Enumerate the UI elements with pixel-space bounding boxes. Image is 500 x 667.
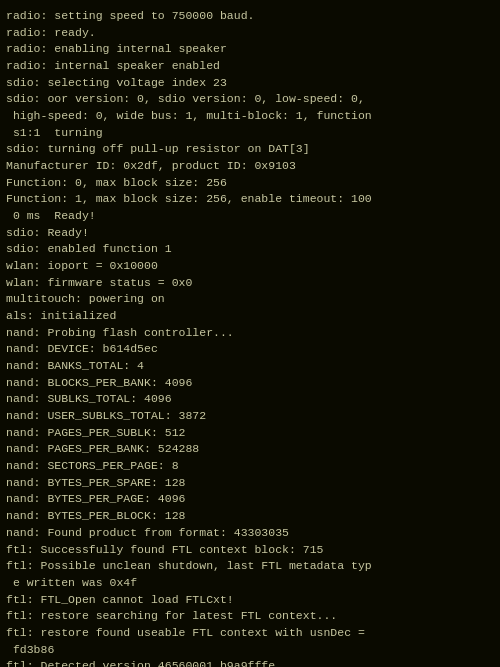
terminal-line: high-speed: 0, wide bus: 1, multi-block:… xyxy=(6,108,494,125)
terminal-line: wlan: ioport = 0x10000 xyxy=(6,258,494,275)
terminal-line: nand: SUBLKS_TOTAL: 4096 xyxy=(6,391,494,408)
terminal-line: sdio: oor version: 0, sdio version: 0, l… xyxy=(6,91,494,108)
terminal-line: e written was 0x4f xyxy=(6,575,494,592)
terminal-line: sdio: enabled function 1 xyxy=(6,241,494,258)
terminal-line: sdio: Ready! xyxy=(6,225,494,242)
terminal-line: radio: ready. xyxy=(6,25,494,42)
terminal-line: nand: DEVICE: b614d5ec xyxy=(6,341,494,358)
terminal-line: ftl: restore found useable FTL context w… xyxy=(6,625,494,642)
terminal-line: sdio: selecting voltage index 23 xyxy=(6,75,494,92)
terminal-output: radio: setting speed to 750000 baud.radi… xyxy=(6,8,494,667)
terminal-line: nand: PAGES_PER_SUBLK: 512 xyxy=(6,425,494,442)
terminal-line: s1:1 turning xyxy=(6,125,494,142)
terminal-line: wlan: firmware status = 0x0 xyxy=(6,275,494,292)
terminal-line: Function: 0, max block size: 256 xyxy=(6,175,494,192)
terminal-line: als: initialized xyxy=(6,308,494,325)
terminal-line: ftl: Possible unclean shutdown, last FTL… xyxy=(6,558,494,575)
terminal-line: nand: BLOCKS_PER_BANK: 4096 xyxy=(6,375,494,392)
terminal-line: multitouch: powering on xyxy=(6,291,494,308)
terminal-line: 0 ms Ready! xyxy=(6,208,494,225)
terminal-line: nand: BYTES_PER_BLOCK: 128 xyxy=(6,508,494,525)
terminal-line: Function: 1, max block size: 256, enable… xyxy=(6,191,494,208)
terminal-line: nand: BYTES_PER_SPARE: 128 xyxy=(6,475,494,492)
terminal-line: radio: enabling internal speaker xyxy=(6,41,494,58)
terminal-line: nand: BYTES_PER_PAGE: 4096 xyxy=(6,491,494,508)
terminal-line: nand: USER_SUBLKS_TOTAL: 3872 xyxy=(6,408,494,425)
terminal-line: sdio: turning off pull-up resistor on DA… xyxy=(6,141,494,158)
terminal-line: ftl: FTL_Open cannot load FTLCxt! xyxy=(6,592,494,609)
terminal-window: radio: setting speed to 750000 baud.radi… xyxy=(0,0,500,667)
terminal-line: radio: setting speed to 750000 baud. xyxy=(6,8,494,25)
terminal-line: nand: Found product from format: 4330303… xyxy=(6,525,494,542)
terminal-line: ftl: Successfully found FTL context bloc… xyxy=(6,542,494,559)
terminal-line: fd3b86 xyxy=(6,642,494,659)
terminal-line: radio: internal speaker enabled xyxy=(6,58,494,75)
terminal-line: nand: SECTORS_PER_PAGE: 8 xyxy=(6,458,494,475)
terminal-line: nand: PAGES_PER_BANK: 524288 xyxy=(6,441,494,458)
terminal-line: nand: Probing flash controller... xyxy=(6,325,494,342)
terminal-line: ftl: Detected version 46560001 b9a9fffe xyxy=(6,658,494,667)
terminal-line: ftl: restore searching for latest FTL co… xyxy=(6,608,494,625)
terminal-line: Manufacturer ID: 0x2df, product ID: 0x91… xyxy=(6,158,494,175)
terminal-line: nand: BANKS_TOTAL: 4 xyxy=(6,358,494,375)
